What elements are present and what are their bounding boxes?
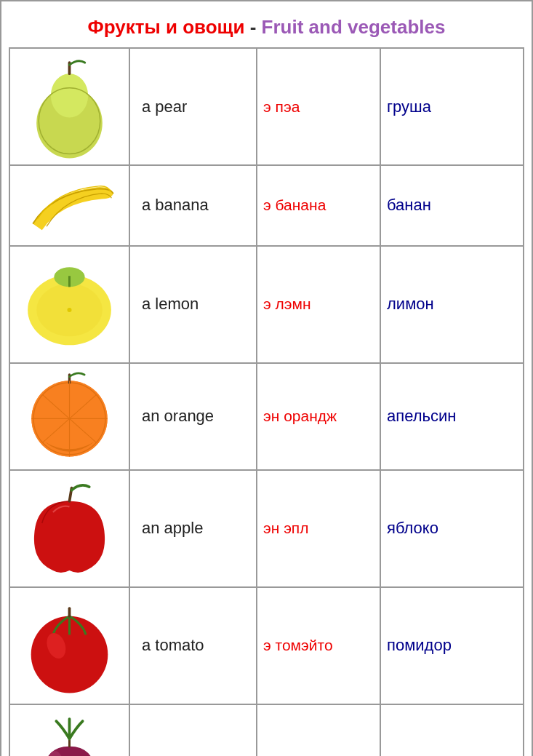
card: Фрукты и овощи - Fruit and vegetables a … bbox=[0, 0, 533, 756]
cell-english-banana: a banana bbox=[130, 166, 257, 245]
title-russian: Фрукты и овощи bbox=[88, 16, 245, 38]
table-row-apple: an apple эн эпл яблоко bbox=[10, 471, 524, 588]
table-row-tomato: a tomato э томэйто помидор bbox=[10, 588, 524, 705]
cell-english-beet: a beet bbox=[130, 705, 257, 756]
svg-point-1 bbox=[51, 73, 88, 117]
cell-image-lemon bbox=[10, 247, 130, 362]
cell-english-lemon: a lemon bbox=[130, 247, 257, 362]
cell-english-orange: an orange bbox=[130, 364, 257, 469]
cell-transcription-apple: эн эпл bbox=[257, 471, 381, 586]
cell-russian-beet: свекла bbox=[381, 705, 524, 756]
table-row-beet: a beet э бит свекла bbox=[10, 705, 524, 756]
cell-transcription-lemon: э лэмн bbox=[257, 247, 381, 362]
table-row-pear: a pear э пэа груша bbox=[10, 49, 524, 166]
page-title: Фрукты и овощи - Fruit and vegetables bbox=[9, 9, 524, 47]
cell-transcription-pear: э пэа bbox=[257, 49, 381, 164]
svg-point-6 bbox=[67, 308, 71, 312]
cell-russian-orange: апельсин bbox=[381, 364, 524, 469]
cell-english-tomato: a tomato bbox=[130, 588, 257, 704]
cell-image-tomato bbox=[10, 588, 130, 704]
vocabulary-table: a pear э пэа груша a banana э банана бан… bbox=[9, 47, 524, 756]
cell-transcription-beet: э бит bbox=[257, 705, 381, 756]
cell-image-orange bbox=[10, 364, 130, 469]
cell-transcription-orange: эн орандж bbox=[257, 364, 381, 469]
cell-russian-tomato: помидор bbox=[381, 588, 524, 704]
title-separator: - bbox=[244, 16, 261, 38]
cell-russian-banana: банан bbox=[381, 166, 524, 245]
table-row-orange: an orange эн орандж апельсин bbox=[10, 364, 524, 471]
cell-russian-apple: яблоко bbox=[381, 471, 524, 586]
table-row-banana: a banana э банана банан bbox=[10, 166, 524, 247]
cell-russian-lemon: лимон bbox=[381, 247, 524, 362]
cell-transcription-banana: э банана bbox=[257, 166, 381, 245]
table-row-lemon: a lemon э лэмн лимон bbox=[10, 247, 524, 364]
cell-image-beet bbox=[10, 705, 130, 756]
cell-image-banana bbox=[10, 166, 130, 245]
cell-english-apple: an apple bbox=[130, 471, 257, 586]
cell-russian-pear: груша bbox=[381, 49, 524, 164]
cell-english-pear: a pear bbox=[130, 49, 257, 164]
cell-transcription-tomato: э томэйто bbox=[257, 588, 381, 704]
cell-image-apple bbox=[10, 471, 130, 586]
cell-image-pear bbox=[10, 49, 130, 164]
title-english: Fruit and vegetables bbox=[262, 16, 446, 38]
